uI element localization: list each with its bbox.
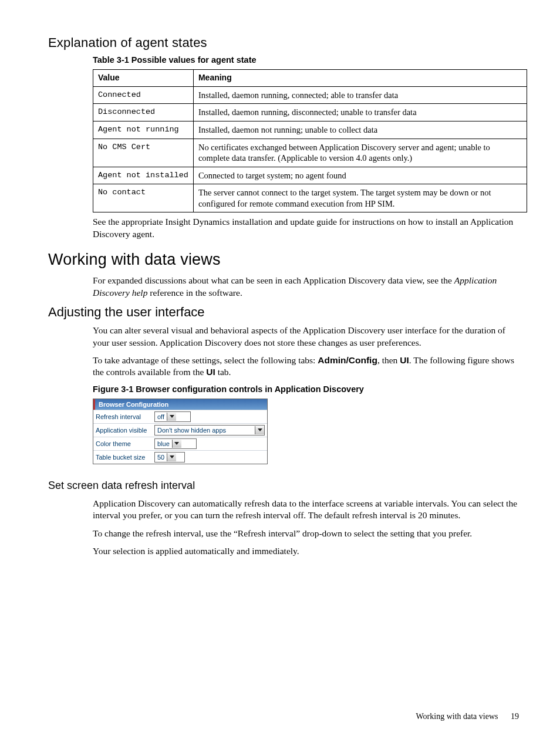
- text: For expanded discussions about what can …: [93, 275, 454, 285]
- chevron-down-icon: [255, 426, 264, 434]
- cell-value: No CMS Cert: [93, 139, 194, 167]
- tab-name-admin-config: Admin/Config: [318, 355, 377, 365]
- cell-meaning: The server cannot connect to the target …: [193, 184, 527, 212]
- para-refresh-1: Application Discovery can automatically …: [93, 498, 519, 522]
- text: reference in the software.: [147, 288, 242, 298]
- table-row: Disconnected Installed, daemon running, …: [93, 104, 527, 121]
- para-refresh-3: Your selection is applied automatically …: [93, 545, 519, 557]
- para-refresh-2: To change the refresh interval, use the …: [93, 528, 519, 539]
- cell-meaning: Connected to target system; no agent fou…: [193, 167, 527, 184]
- browser-config-row-bucket: Table bucket size 50: [93, 450, 267, 464]
- application-visible-label: Application visible: [96, 427, 154, 434]
- heading-adjusting-ui: Adjusting the user interface: [48, 305, 519, 320]
- page-number: 19: [511, 712, 519, 721]
- para-adjust-1: You can alter several visual and behavio…: [93, 325, 519, 349]
- chevron-down-icon: [172, 440, 181, 448]
- chevron-down-icon: [167, 413, 176, 421]
- heading-working-with-data-views: Working with data views: [48, 251, 519, 269]
- heading-agent-states: Explanation of agent states: [48, 35, 519, 50]
- para-after-table: See the appropriate Insight Dynamics ins…: [93, 216, 519, 240]
- cell-value: Agent not running: [93, 121, 194, 139]
- cell-value: Agent not installed: [93, 167, 194, 184]
- refresh-interval-select[interactable]: off: [154, 411, 191, 422]
- browser-config-row-appvis: Application visible Don't show hidden ap…: [93, 423, 267, 437]
- color-theme-value: blue: [157, 440, 172, 447]
- color-theme-label: Color theme: [96, 440, 154, 447]
- table-row: Agent not installed Connected to target …: [93, 167, 527, 184]
- cell-value: No contact: [93, 184, 194, 212]
- para-working-intro: For expanded discussions about what can …: [93, 275, 519, 299]
- table-row: No contact The server cannot connect to …: [93, 184, 527, 212]
- browser-config-row-color: Color theme blue: [93, 437, 267, 450]
- heading-set-refresh-interval: Set screen data refresh interval: [48, 480, 519, 492]
- application-visible-select[interactable]: Don't show hidden apps: [154, 425, 265, 436]
- table-row: No CMS Cert No certificates exchanged be…: [93, 139, 527, 167]
- agent-state-table: Value Meaning Connected Installed, daemo…: [93, 69, 527, 212]
- text: , then: [377, 355, 400, 365]
- browser-config-row-refresh: Refresh interval off: [93, 410, 267, 423]
- refresh-interval-value: off: [157, 413, 167, 420]
- page-footer: Working with data views 19: [416, 712, 519, 721]
- color-theme-select[interactable]: blue: [154, 438, 197, 449]
- cell-meaning: Installed, daemon running, disconnected;…: [193, 104, 527, 121]
- tab-name-ui: UI: [206, 367, 215, 377]
- tab-name-ui: UI: [400, 355, 409, 365]
- cell-value: Connected: [93, 86, 194, 104]
- text: tab.: [215, 367, 231, 377]
- text: To take advantage of these settings, sel…: [93, 355, 318, 365]
- table-bucket-size-select[interactable]: 50: [154, 452, 185, 463]
- table-row: Connected Installed, daemon running, con…: [93, 86, 527, 104]
- cell-value: Disconnected: [93, 104, 194, 121]
- cell-meaning: Installed, daemon running, connected; ab…: [193, 86, 527, 104]
- table-bucket-size-value: 50: [157, 454, 167, 461]
- th-meaning: Meaning: [193, 70, 527, 87]
- cell-meaning: No certificates exchanged between Applic…: [193, 139, 527, 167]
- refresh-interval-label: Refresh interval: [96, 413, 154, 420]
- table-header-row: Value Meaning: [93, 70, 527, 87]
- table-bucket-size-label: Table bucket size: [96, 454, 154, 461]
- cell-meaning: Installed, daemon not running; unable to…: [193, 121, 527, 139]
- figure-caption: Figure 3-1 Browser configuration control…: [93, 384, 519, 394]
- table-row: Agent not running Installed, daemon not …: [93, 121, 527, 139]
- para-adjust-2: To take advantage of these settings, sel…: [93, 355, 519, 379]
- footer-section-title: Working with data views: [416, 712, 498, 721]
- th-value: Value: [93, 70, 194, 87]
- browser-config-panel: Browser Configuration Refresh interval o…: [93, 399, 268, 464]
- application-visible-value: Don't show hidden apps: [157, 427, 255, 434]
- chevron-down-icon: [167, 453, 176, 461]
- table-caption: Table 3-1 Possible values for agent stat…: [93, 55, 519, 65]
- browser-config-title: Browser Configuration: [93, 399, 267, 410]
